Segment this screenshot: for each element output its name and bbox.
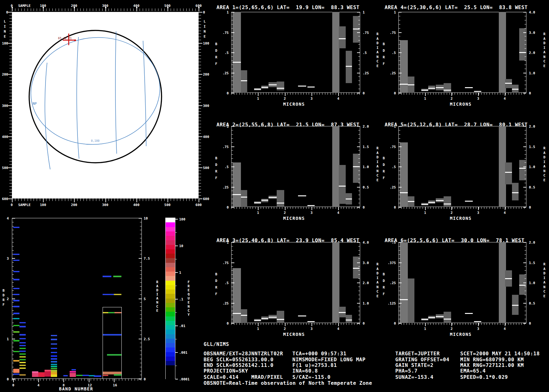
- radiance-axis-tick-label: 5: [144, 297, 146, 301]
- microns-axis-major-tick: [451, 93, 452, 96]
- spectrum-median-line: [421, 204, 428, 205]
- frequency-colorbar-name: E: [188, 300, 190, 305]
- radiance-axis-name: R: [376, 146, 379, 150]
- spectrum-median-line: [298, 195, 306, 196]
- bdrf-axis-tick-label: .75: [216, 31, 229, 35]
- radiance-axis-name: N: [376, 55, 379, 59]
- bdrf-axis-name: B: [383, 42, 385, 46]
- microns-axis-major-tick: [312, 323, 312, 326]
- spectrum-bar: [277, 190, 284, 207]
- spectrum-median-line: [428, 202, 435, 203]
- spectrum-median-line: [505, 83, 512, 84]
- microns-axis-major-tick: [258, 207, 259, 210]
- radiance-axis-name: C: [543, 289, 546, 294]
- bdrf-axis-major-tick: [232, 283, 234, 283]
- colorbar-cell: [166, 240, 175, 245]
- radiance-axis-tick-label: 3.0: [529, 31, 535, 35]
- radiance-axis-name: A: [543, 267, 546, 271]
- histogram-strip: [51, 361, 57, 362]
- spectrum-bar: [241, 70, 247, 93]
- metadata-field: EMA=65.4: [460, 368, 486, 374]
- metadata-field: TARGET=JUPITER: [395, 351, 440, 357]
- microns-axis-tick-label: 4: [337, 211, 339, 215]
- radiance-axis-name: A: [376, 37, 379, 41]
- bdrf-axis-name: R: [383, 55, 385, 59]
- colorbar-cell: [166, 307, 175, 312]
- radiance-axis-name: N: [543, 169, 546, 173]
- band-axis-major-tick: [38, 379, 39, 382]
- radiance-axis-name: I: [543, 276, 546, 280]
- spectrum-median-line: [428, 88, 435, 89]
- microns-axis-tick-label: 2: [284, 97, 286, 101]
- histogram-strip: [13, 351, 19, 352]
- colorbar-cell: [166, 361, 175, 366]
- radiance-axis-name: E: [376, 294, 379, 298]
- radiance-axis-name: D: [376, 271, 379, 275]
- spectrum-median-line: [400, 299, 408, 300]
- spectrum-median-line: [339, 312, 346, 313]
- bdrf-axis-name: D: [215, 163, 217, 167]
- bdrf-axis-tick-label: 1: [216, 10, 229, 14]
- spectrum-median-line: [254, 320, 261, 321]
- colorbar-major-tick: [175, 272, 178, 273]
- bdrf-axis-major-tick: [399, 32, 402, 33]
- microns-axis-major-tick: [425, 323, 426, 326]
- radiance-axis-tick-label: 1.0: [529, 281, 535, 285]
- radiance-axis-major-tick: [139, 218, 141, 219]
- microns-axis-tick-label: 2: [450, 327, 453, 331]
- radiance-axis-tick-label: 2.0: [529, 241, 535, 245]
- radiance-axis-major-tick: [523, 187, 526, 188]
- microns-axis-major-tick: [258, 93, 259, 96]
- bdrf-axis-major-tick: [232, 242, 234, 243]
- radiance-axis-tick-label: 2.5: [144, 337, 150, 341]
- band-axis-tick-label: 4: [37, 383, 40, 387]
- histogram-strip: [32, 373, 38, 377]
- spectrum-median-line: [298, 315, 306, 316]
- microns-axis-tick-label: 3: [477, 327, 479, 331]
- histogram-strip: [38, 372, 45, 377]
- radiance-axis-name: N: [376, 285, 379, 289]
- radiance-axis-major-tick: [357, 303, 360, 304]
- bdrf-axis-tick-label: .5: [383, 241, 396, 245]
- metadata-field: PROJECTION=SKY: [204, 368, 248, 374]
- microns-axis-tick-label: 2: [284, 327, 286, 331]
- radiance-axis-name: A: [156, 296, 158, 300]
- spectrum-median-line: [465, 201, 473, 202]
- bdrf-axis-tick-label: .25: [216, 301, 229, 305]
- colorbar-cell: [166, 312, 175, 316]
- spectrum-median-line: [241, 315, 247, 316]
- bdrf-axis-tick-label: 0: [216, 205, 229, 209]
- bdrf-axis-tick-label: 0: [383, 321, 396, 326]
- spectrum-median-line: [241, 80, 247, 81]
- colorbar-cell: [166, 347, 175, 352]
- radiance-axis-name: E: [543, 64, 546, 68]
- radiance-axis-tick-label: 1.5: [529, 261, 535, 265]
- bdrf-axis-major-tick: [232, 167, 234, 167]
- microns-axis-tick-label: 1: [257, 97, 259, 101]
- metadata-field: BEG SCLK=05526133.00.0: [204, 357, 274, 363]
- bdrf-axis-name: R: [215, 169, 217, 173]
- bdrf-axis-name: B: [3, 289, 5, 293]
- radiance-axis-name: D: [376, 41, 379, 45]
- spectrum-median-line: [444, 90, 451, 91]
- histogram-strip: [19, 351, 26, 352]
- bdrf-axis-tick-label: .25: [383, 281, 396, 285]
- bdrf-axis-tick-label: .5: [383, 51, 396, 55]
- histogram-strip: [51, 373, 57, 374]
- spectrum-median-line: [436, 87, 444, 88]
- bdrf-axis-major-tick: [399, 167, 402, 167]
- radiance-axis-name: A: [543, 50, 546, 54]
- spectrum-bar: [346, 315, 352, 323]
- spectrum-median-line: [346, 320, 352, 320]
- radiance-axis-major-tick: [523, 52, 526, 53]
- bdrf-axis-major-tick: [399, 126, 402, 127]
- bdrf-axis-major-tick: [232, 32, 234, 33]
- colorbar-cell: [166, 303, 175, 308]
- histogram-strip: [32, 371, 38, 373]
- area1-title: AREA 1=(25,65,6,6) LAT= 19.9 LON= 88.3 W…: [216, 4, 360, 10]
- microns-axis-major-tick: [505, 93, 505, 96]
- microns-axis-major-tick: [505, 323, 505, 326]
- bdrf-axis-name: B: [215, 42, 217, 46]
- histogram-strip: [70, 371, 76, 372]
- metadata-field: S/CAZ=-115.0: [292, 374, 331, 380]
